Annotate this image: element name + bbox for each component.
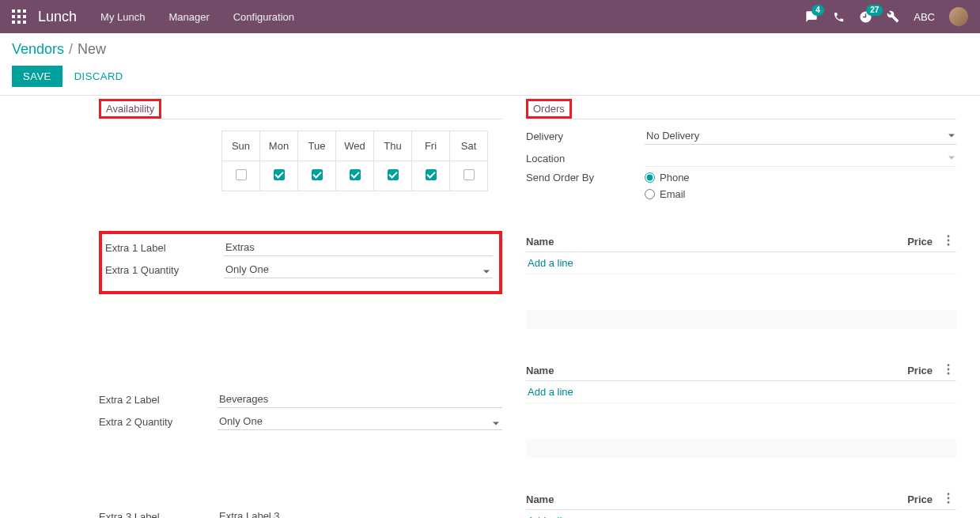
messaging-icon[interactable]: 4 xyxy=(804,10,819,23)
extra1-qty-select[interactable]: Only One xyxy=(224,261,493,278)
extra1-qty-caption: Extra 1 Quantity xyxy=(105,264,224,276)
activities-icon[interactable]: 27 xyxy=(859,10,872,24)
svg-point-9 xyxy=(948,235,950,237)
add-line-1[interactable]: Add a line xyxy=(526,252,956,274)
day-check-sat[interactable] xyxy=(464,169,475,180)
extra3-label-caption: Extra 3 Label xyxy=(99,511,218,519)
day-header-sat: Sat xyxy=(450,131,488,161)
svg-point-12 xyxy=(948,364,950,366)
send-order-phone-label: Phone xyxy=(660,172,690,183)
save-button[interactable]: SAVE xyxy=(12,66,62,87)
delivery-label: Delivery xyxy=(526,130,645,142)
day-check-tue[interactable] xyxy=(312,169,323,180)
table-2-footer xyxy=(526,439,956,458)
extra1-highlight: Extra 1 Label Extra 1 Quantity Only One xyxy=(99,231,502,294)
nav-manager[interactable]: Manager xyxy=(168,11,209,23)
day-header-fri: Fri xyxy=(412,131,450,161)
location-label: Location xyxy=(526,153,645,164)
availability-header: Availability xyxy=(106,103,154,115)
day-header-mon: Mon xyxy=(260,131,298,161)
svg-rect-5 xyxy=(23,15,26,18)
svg-rect-0 xyxy=(12,9,15,13)
extra3-label-input[interactable] xyxy=(218,508,502,518)
table-options-icon[interactable] xyxy=(933,235,956,248)
extras-table-1-header: Name Price xyxy=(526,232,956,252)
send-order-phone-radio[interactable] xyxy=(645,172,655,183)
nav-configuration[interactable]: Configuration xyxy=(233,11,294,23)
add-line-2[interactable]: Add a line xyxy=(526,381,956,403)
svg-rect-7 xyxy=(17,21,21,24)
chevron-down-icon xyxy=(948,152,955,164)
day-check-thu[interactable] xyxy=(388,169,399,180)
extras-table-2-header: Name Price xyxy=(526,361,956,381)
send-order-email-label: Email xyxy=(660,188,686,200)
table-options-icon[interactable] xyxy=(933,364,956,377)
user-name[interactable]: ABC xyxy=(914,11,935,23)
send-order-by-label: Send Order By xyxy=(526,172,645,183)
form-sheet: Availability Sun Mon Tue Wed Thu Fri Sat xyxy=(0,96,980,518)
svg-point-10 xyxy=(948,240,950,242)
col-price: Price xyxy=(885,365,933,376)
svg-rect-3 xyxy=(12,15,15,18)
discard-button[interactable]: DISCARD xyxy=(74,70,123,82)
chevron-down-icon xyxy=(948,130,955,142)
extra2-label-input[interactable] xyxy=(218,391,502,408)
col-name: Name xyxy=(526,365,885,376)
day-header-thu: Thu xyxy=(374,131,412,161)
breadcrumb: Vendors / New xyxy=(0,33,980,62)
delivery-select[interactable]: No Delivery xyxy=(645,127,956,145)
app-brand[interactable]: Lunch xyxy=(38,9,77,25)
col-price: Price xyxy=(885,493,933,505)
col-name: Name xyxy=(526,236,885,248)
svg-point-11 xyxy=(948,244,950,246)
day-header-wed: Wed xyxy=(336,131,374,161)
breadcrumb-separator: / xyxy=(69,41,73,58)
orders-header: Orders xyxy=(533,103,565,115)
svg-rect-8 xyxy=(23,21,26,24)
breadcrumb-current: New xyxy=(78,41,106,58)
avatar[interactable] xyxy=(949,7,968,26)
svg-rect-1 xyxy=(17,9,21,13)
table-1-footer xyxy=(526,310,956,329)
extra2-qty-caption: Extra 2 Quantity xyxy=(99,416,218,428)
day-check-mon[interactable] xyxy=(274,169,285,180)
svg-point-16 xyxy=(948,497,950,500)
top-nav: Lunch My Lunch Manager Configuration 4 2… xyxy=(0,0,980,33)
svg-point-17 xyxy=(948,501,950,504)
extra2-qty-select[interactable]: Only One xyxy=(218,413,502,430)
svg-point-14 xyxy=(948,372,950,375)
svg-rect-4 xyxy=(17,15,21,18)
activities-badge: 27 xyxy=(866,5,883,16)
availability-grid: Sun Mon Tue Wed Thu Fri Sat xyxy=(221,130,502,191)
availability-header-highlight: Availability xyxy=(99,99,161,119)
messaging-badge: 4 xyxy=(812,5,824,16)
location-select[interactable] xyxy=(645,149,956,167)
svg-point-15 xyxy=(948,493,950,495)
add-line-3[interactable]: Add a line xyxy=(526,510,956,518)
debug-icon[interactable] xyxy=(887,10,899,23)
send-order-email-radio[interactable] xyxy=(645,189,655,199)
svg-point-13 xyxy=(948,369,950,371)
svg-rect-6 xyxy=(12,21,15,24)
day-check-wed[interactable] xyxy=(350,169,361,180)
extras-table-3-header: Name Price xyxy=(526,490,956,510)
day-header-tue: Tue xyxy=(298,131,336,161)
phone-icon[interactable] xyxy=(833,11,845,23)
col-price: Price xyxy=(885,236,933,248)
breadcrumb-parent[interactable]: Vendors xyxy=(12,41,64,58)
day-header-sun: Sun xyxy=(222,131,260,161)
extra1-label-input[interactable] xyxy=(224,239,493,256)
svg-rect-2 xyxy=(23,9,26,13)
extra1-label-caption: Extra 1 Label xyxy=(105,242,224,254)
orders-header-highlight: Orders xyxy=(526,99,572,119)
day-check-sun[interactable] xyxy=(236,169,247,180)
col-name: Name xyxy=(526,493,885,505)
extra2-label-caption: Extra 2 Label xyxy=(99,394,218,406)
apps-icon[interactable] xyxy=(12,9,26,24)
nav-my-lunch[interactable]: My Lunch xyxy=(100,11,145,23)
table-options-icon[interactable] xyxy=(933,493,956,506)
action-bar: SAVE DISCARD xyxy=(0,62,980,96)
day-check-fri[interactable] xyxy=(426,169,437,180)
